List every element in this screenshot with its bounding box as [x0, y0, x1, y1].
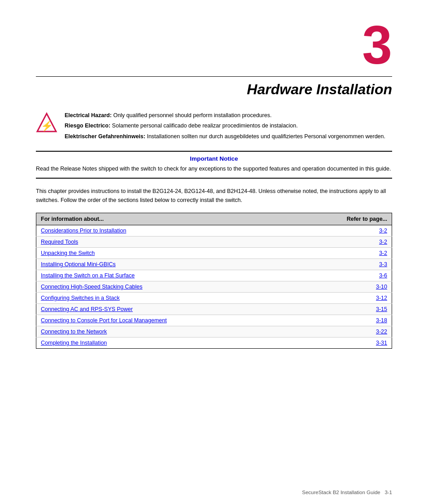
toc-page[interactable]: 3-3 [296, 259, 392, 270]
electrical-hazard-text: Only qualified personnel should perform … [113, 112, 271, 118]
toc-header-row: For information about... Refer to page..… [36, 213, 392, 225]
chapter-header: 3 Hardware Installation [0, 0, 428, 111]
elektrischer-label: Elektrischer Gefahrenhinweis: [65, 133, 145, 140]
table-row: Completing the Installation3-31 [36, 337, 392, 348]
warning-box: ⚡ Electrical Hazard: Only qualified pers… [36, 111, 392, 143]
chapter-divider [36, 76, 392, 77]
toc-col-page: Refer to page... [296, 213, 392, 225]
elektrischer-text: Installationen sollten nur durch ausgebi… [147, 133, 385, 140]
table-row: Connecting AC and RPS-SYS Power3-15 [36, 303, 392, 315]
toc-page[interactable]: 3-31 [296, 337, 392, 348]
toc-topic[interactable]: Connecting to the Network [36, 326, 297, 337]
toc-page[interactable]: 3-10 [296, 281, 392, 292]
toc-page[interactable]: 3-2 [296, 236, 392, 247]
important-notice-title: Important Notice [36, 155, 392, 162]
electrical-hazard-label: Electrical Hazard: [65, 112, 112, 118]
warning-text: Electrical Hazard: Only qualified person… [65, 111, 385, 143]
toc-page[interactable]: 3-2 [296, 247, 392, 259]
table-row: Configuring Switches in a Stack3-12 [36, 292, 392, 303]
footer-page: 3-1 [384, 490, 392, 495]
toc-body: Considerations Prior to Installation3-2R… [36, 225, 392, 348]
page: 3 Hardware Installation ⚡ Electrical Haz… [0, 0, 428, 504]
important-notice-box: Important Notice Read the Release Notes … [36, 151, 392, 179]
chapter-number: 3 [362, 18, 392, 72]
toc-topic[interactable]: Installing the Switch on a Flat Surface [36, 270, 297, 281]
intro-paragraph: This chapter provides instructions to in… [36, 187, 392, 205]
table-row: Connecting to the Network3-22 [36, 326, 392, 337]
table-row: Connecting High-Speed Stacking Cables3-1… [36, 281, 392, 292]
table-row: Required Tools3-2 [36, 236, 392, 247]
toc-page[interactable]: 3-18 [296, 315, 392, 326]
toc-page[interactable]: 3-22 [296, 326, 392, 337]
toc-topic[interactable]: Required Tools [36, 236, 297, 247]
content-area: ⚡ Electrical Hazard: Only qualified pers… [0, 111, 428, 349]
electrical-hazard-icon: ⚡ [36, 112, 57, 134]
toc-page[interactable]: 3-6 [296, 270, 392, 281]
footer: SecureStack B2 Installation Guide 3-1 [302, 490, 392, 495]
toc-page[interactable]: 3-2 [296, 225, 392, 236]
riesgo-label: Riesgo Electrico: [65, 123, 110, 129]
toc-topic[interactable]: Connecting to Console Port for Local Man… [36, 315, 297, 326]
toc-table: For information about... Refer to page..… [36, 213, 392, 349]
footer-text: SecureStack B2 Installation Guide [302, 490, 380, 495]
table-row: Connecting to Console Port for Local Man… [36, 315, 392, 326]
table-row: Unpacking the Switch3-2 [36, 247, 392, 259]
toc-topic[interactable]: Connecting High-Speed Stacking Cables [36, 281, 297, 292]
riesgo-text: Solamente personal calificado debe reali… [112, 123, 298, 129]
toc-topic[interactable]: Considerations Prior to Installation [36, 225, 297, 236]
table-row: Installing the Switch on a Flat Surface3… [36, 270, 392, 281]
table-row: Installing Optional Mini-GBICs3-3 [36, 259, 392, 270]
toc-col-info: For information about... [36, 213, 297, 225]
toc-topic[interactable]: Unpacking the Switch [36, 247, 297, 259]
toc-topic[interactable]: Configuring Switches in a Stack [36, 292, 297, 303]
important-notice-text: Read the Release Notes shipped with the … [36, 165, 392, 173]
toc-topic[interactable]: Installing Optional Mini-GBICs [36, 259, 297, 270]
toc-page[interactable]: 3-15 [296, 303, 392, 315]
svg-text:⚡: ⚡ [41, 120, 53, 132]
toc-topic[interactable]: Completing the Installation [36, 337, 297, 348]
toc-page[interactable]: 3-12 [296, 292, 392, 303]
toc-topic[interactable]: Connecting AC and RPS-SYS Power [36, 303, 297, 315]
table-row: Considerations Prior to Installation3-2 [36, 225, 392, 236]
chapter-title: Hardware Installation [36, 81, 392, 98]
